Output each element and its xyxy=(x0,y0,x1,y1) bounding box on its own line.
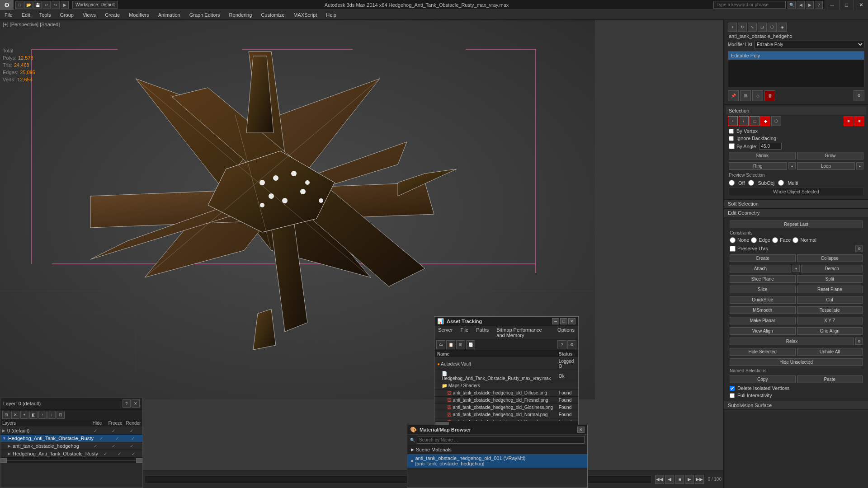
at-help-icon[interactable]: ? xyxy=(557,340,566,349)
at-icon-2[interactable]: ⊞ xyxy=(456,340,465,349)
search-icon[interactable]: 🔍 xyxy=(788,1,796,9)
open-icon[interactable]: 📂 xyxy=(24,1,33,9)
menu-animation[interactable]: Animation xyxy=(154,11,185,19)
paste-button[interactable]: Paste xyxy=(797,375,863,383)
layer-row-0[interactable]: ▶ 0 (default) ✓ ✓ ✓ xyxy=(0,427,142,435)
menu-help[interactable]: Help xyxy=(321,11,341,19)
edit-geometry-header[interactable]: Edit Geometry xyxy=(724,208,868,217)
material-item[interactable]: ■ anti_tank_obstacle_hedgehog_old_001 (V… xyxy=(407,454,587,468)
menu-maxscript[interactable]: MAXScript xyxy=(289,11,321,19)
tessellate-button[interactable]: Tessellate xyxy=(797,306,863,314)
at-row-diffuse[interactable]: 🖼 anti_tank_obstacle_hedgehog_old_Diffus… xyxy=(434,389,578,397)
preserve-uvs-checkbox[interactable] xyxy=(730,246,736,252)
shrink-button[interactable]: Shrink xyxy=(729,152,796,160)
menu-file[interactable]: File xyxy=(0,11,17,19)
render-icon[interactable]: ▶ xyxy=(61,1,69,9)
asset-tracking-table-scroll[interactable]: Name Status ● Autodesk Vault Logged O 📄 … xyxy=(434,351,578,421)
lock-icon[interactable]: 📌 xyxy=(728,90,739,101)
layers-help-icon[interactable]: ? xyxy=(123,399,131,408)
layer-icon-5[interactable]: ↓ xyxy=(47,411,56,419)
at-row-maps[interactable]: 📁 Maps / Shaders xyxy=(434,382,578,389)
grow-button[interactable]: Grow xyxy=(797,152,864,160)
by-angle-input[interactable] xyxy=(759,143,782,150)
at-maximize-btn[interactable]: □ xyxy=(560,318,567,324)
layer-icon-3[interactable]: ◧ xyxy=(29,411,38,419)
rp-icon-squash[interactable]: ⊡ xyxy=(758,23,767,32)
make-unique-icon[interactable]: ◇ xyxy=(752,90,763,101)
at-icon-0[interactable]: 🗂 xyxy=(436,340,445,349)
face-radio[interactable] xyxy=(772,237,778,243)
normal-radio[interactable] xyxy=(793,237,798,243)
menu-rendering[interactable]: Rendering xyxy=(225,11,257,19)
layer-icon-4[interactable]: ↑ xyxy=(38,411,47,419)
new-icon[interactable]: □ xyxy=(15,1,24,9)
at-menu-paths[interactable]: Paths xyxy=(472,326,492,339)
sel-icon-2[interactable]: ■ xyxy=(854,116,864,126)
edge-mode-icon[interactable]: / xyxy=(739,116,749,126)
rp-icon-select[interactable]: ⬡ xyxy=(768,23,777,32)
poly-mode-icon[interactable]: ◆ xyxy=(760,116,770,126)
relax-button[interactable]: Relax xyxy=(730,338,854,345)
at-row-fresnel[interactable]: 🖼 anti_tank_obstacle_hedgehog_old_Fresne… xyxy=(434,397,578,404)
split-button[interactable]: Split xyxy=(797,275,863,283)
at-row-normal[interactable]: 🖼 anti_tank_obstacle_hedgehog_old_Normal… xyxy=(434,411,578,418)
end-btn[interactable]: ▶▶ xyxy=(695,475,704,484)
mb-close-btn[interactable]: ✕ xyxy=(577,427,585,433)
by-vertex-checkbox[interactable] xyxy=(729,129,734,134)
menu-customize[interactable]: Customize xyxy=(256,11,289,19)
at-minimize-btn[interactable]: ─ xyxy=(552,318,559,324)
reset-plane-button[interactable]: Reset Plane xyxy=(797,286,863,293)
xyz-button[interactable]: X Y Z xyxy=(797,317,863,324)
layer-row-2[interactable]: ▶ anti_tank_obstacle_hedgehog ✓ ✓ ✓ xyxy=(0,442,142,450)
configure-icon[interactable]: ⚙ xyxy=(854,90,864,101)
show-end-result-icon[interactable]: ⊞ xyxy=(740,90,751,101)
layers-close-icon[interactable]: ✕ xyxy=(132,399,140,408)
layer-icon-1[interactable]: ✕ xyxy=(11,411,19,419)
subdivision-surface-header[interactable]: Subdivision Surface xyxy=(724,401,868,410)
slice-button[interactable]: Slice xyxy=(730,286,796,293)
rp-icon-weld[interactable]: ◈ xyxy=(778,23,787,32)
element-mode-icon[interactable]: ⬡ xyxy=(771,116,781,126)
border-mode-icon[interactable]: ◻ xyxy=(750,116,760,126)
search-input[interactable] xyxy=(713,1,786,9)
view-align-button[interactable]: View Align xyxy=(730,327,796,335)
workspace-label[interactable]: Workspace: Default xyxy=(72,1,118,9)
at-row-max[interactable]: 📄 Hedgehog_Anti_Tank_Obstacle_Rusty_max_… xyxy=(434,370,578,382)
minimize-button[interactable]: ─ xyxy=(825,0,839,10)
search-prev-icon[interactable]: ◀ xyxy=(797,1,805,9)
by-angle-checkbox[interactable] xyxy=(729,143,735,149)
at-settings-icon[interactable]: ⚙ xyxy=(567,340,576,349)
ignore-backfacing-checkbox[interactable] xyxy=(729,136,734,141)
at-row-glosiness[interactable]: 🖼 anti_tank_obstacle_hedgehog_old_Glosin… xyxy=(434,404,578,411)
make-planar-button[interactable]: Make Planar xyxy=(730,317,796,324)
sel-icon-1[interactable]: ■ xyxy=(844,116,854,126)
menu-create[interactable]: Create xyxy=(100,11,124,19)
play-btn[interactable]: ◀◀ xyxy=(655,475,664,484)
stop-btn[interactable]: ■ xyxy=(675,475,684,484)
vertex-mode-icon[interactable]: • xyxy=(728,116,738,126)
layer-icon-0[interactable]: ⊞ xyxy=(2,411,10,419)
mb-search-input[interactable] xyxy=(417,436,585,444)
modifier-editable-poly[interactable]: Editable Poly xyxy=(728,52,864,60)
subobj-radio[interactable] xyxy=(748,180,754,186)
maximize-button[interactable]: □ xyxy=(839,0,854,10)
menu-views[interactable]: Views xyxy=(78,11,100,19)
rp-icon-move[interactable]: ⌖ xyxy=(728,23,737,32)
layer-row-1[interactable]: ▼ Hedgehog_Anti_Tank_Obstacle_Rusty ✓ ✓ … xyxy=(0,435,142,442)
cut-button[interactable]: Cut xyxy=(797,296,863,304)
msmooth-button[interactable]: MSmooth xyxy=(730,306,796,314)
redo-icon[interactable]: ↪ xyxy=(52,1,60,9)
loop-spin-up[interactable]: ▴ xyxy=(856,162,863,169)
prev-frame-btn[interactable]: ◀ xyxy=(665,475,674,484)
help-icon[interactable]: ? xyxy=(815,1,823,9)
at-row-vault[interactable]: ● Autodesk Vault Logged O xyxy=(434,358,578,370)
none-radio[interactable] xyxy=(730,237,736,243)
attach-button[interactable]: Attach xyxy=(730,265,791,272)
at-menu-options[interactable]: Options xyxy=(554,326,578,339)
copy-button[interactable]: Copy xyxy=(730,375,796,383)
ring-spin-up[interactable]: ▴ xyxy=(788,162,796,169)
attach-list-icon[interactable]: ▾ xyxy=(793,265,800,272)
save-icon[interactable]: 💾 xyxy=(33,1,42,9)
off-radio[interactable] xyxy=(729,180,735,186)
full-interactivity-checkbox[interactable] xyxy=(730,393,735,398)
